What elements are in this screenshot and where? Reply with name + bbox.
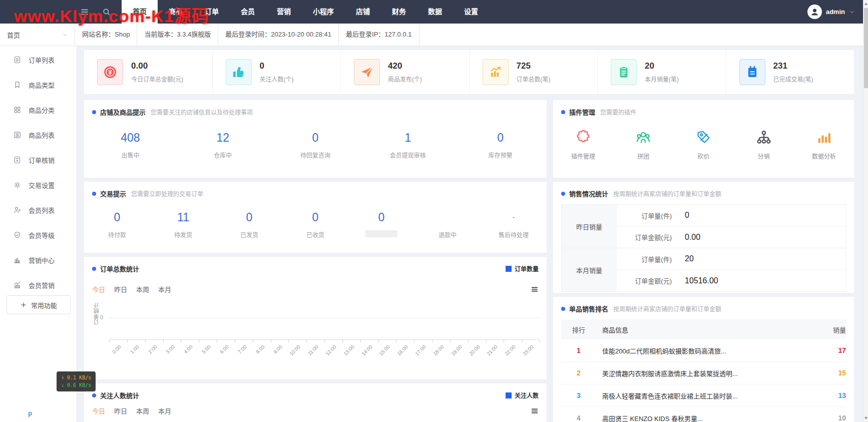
sidebar-item-7[interactable]: 会员列表 (0, 197, 77, 222)
sidebar-item-label: 商品列表 (29, 130, 55, 140)
sales-metric-label: 订单量(件) (617, 254, 672, 264)
x-axis-tick (360, 340, 361, 342)
order-chart-header: 订单总数统计 订单数量 (84, 257, 547, 273)
trade-metric-2[interactable]: 11待发货 (150, 210, 216, 239)
shop-metric-5[interactable]: 0库存预警 (454, 131, 547, 159)
metric-label (365, 230, 397, 237)
sales-period: 本月销量 (562, 248, 617, 291)
plugin-3[interactable]: 砍价 (673, 129, 733, 160)
sidebar-item-5[interactable]: 订单核销 (0, 147, 77, 172)
tab-昨日[interactable]: 昨日 (114, 406, 127, 415)
legend-label: 关注人数 (515, 391, 539, 399)
shop-metric-4[interactable]: 1会员提现审核 (361, 131, 454, 159)
ranking-row-1[interactable]: 1佳能200d二代照相机蚂蚁摄影数码高清旅...17 (561, 339, 846, 362)
ranking-row-2[interactable]: 2美涩情趣内衣制服诱惑激情床上套装聚拢透明...15 (561, 362, 846, 384)
shield-check-icon (13, 231, 22, 239)
stat-card-4: 725订单总数(笔) (469, 50, 598, 94)
nav-item-9[interactable]: 数据 (417, 0, 453, 24)
sidebar-item-label: 订单核销 (29, 155, 55, 165)
tab-今日[interactable]: 今日 (92, 406, 105, 415)
trade-metric-7[interactable]: -售后待处理 (481, 210, 547, 239)
sidebar-item-1[interactable]: 订单列表 (0, 47, 77, 72)
sidebar-item-9[interactable]: 营销中心 (0, 247, 77, 272)
sales-group-1: 昨日销量订单量(件)0订单金额(元)0.00 (562, 205, 845, 248)
nav-item-5[interactable]: 营销 (266, 0, 302, 24)
add-common-function-button[interactable]: 常用功能 (7, 295, 71, 314)
sales-period: 昨日销量 (562, 205, 617, 248)
sales-ranking-panel: 单品销售排名 按周期统计商家店铺的订单量和订单金额 排行 商品信息 销量 1佳能… (553, 297, 854, 422)
sidebar-item-10[interactable]: 会员营销 (0, 272, 77, 297)
sidebar-footer-letter: p (28, 409, 32, 417)
sidebar-item-4[interactable]: 商品列表 (0, 122, 77, 147)
plugin-1[interactable]: 插件管理 (553, 129, 613, 160)
sidebar-item-8[interactable]: 会员等级 (0, 222, 77, 247)
plugin-2[interactable]: 拼团 (613, 129, 673, 160)
menu-lines-icon[interactable] (531, 285, 539, 293)
metric-value: 0 (348, 210, 414, 224)
sidebar-item-label: 会员营销 (29, 280, 55, 290)
nav-item-8[interactable]: 财务 (381, 0, 417, 24)
trade-metric-6[interactable]: 退款中 (414, 210, 481, 239)
bullet-icon (561, 192, 565, 196)
menu-lines-icon[interactable] (531, 407, 539, 415)
shop-metric-3[interactable]: 0待回复咨询 (269, 131, 362, 159)
trade-metric-3[interactable]: 0已发货 (216, 210, 282, 239)
panel-title: 关注人数统计 (100, 390, 139, 400)
vertical-scrollbar[interactable] (863, 0, 868, 422)
thumb-up-icon (231, 65, 246, 80)
trade-metric-1[interactable]: 0待付款 (84, 210, 150, 239)
stat-card-6: 231已完成交易(笔) (726, 50, 854, 94)
panel-title: 插件管理 (569, 107, 595, 117)
metric-label: 退款中 (414, 230, 481, 239)
nav-item-4[interactable]: 会员 (230, 0, 266, 24)
sidebar-item-2[interactable]: 商品类型 (0, 72, 77, 97)
grid-icon (13, 106, 22, 114)
ranking-row-4[interactable]: 4高田贤三 KENZO KIDS 春秋男童...10 (561, 407, 846, 422)
nav-item-6[interactable]: 小程序 (302, 0, 345, 24)
tab-今日[interactable]: 今日 (92, 284, 105, 294)
metric-label: 仓库中 (177, 151, 269, 159)
metric-value: 12 (177, 131, 269, 145)
clipboard-icon (616, 65, 631, 80)
tab-本月[interactable]: 本月 (158, 406, 171, 415)
plugins-list: 插件管理拼团砍价分销数据分析 (553, 129, 854, 160)
tab-本月[interactable]: 本月 (158, 284, 171, 294)
y-axis-label: 订单统计 (93, 303, 101, 325)
bullet-icon (92, 393, 96, 397)
metric-value: 408 (84, 131, 177, 145)
metric-label: 售后待处理 (481, 230, 547, 239)
bullet-icon (92, 110, 96, 114)
upload-speed: ↑ 0.1 KB/s (61, 374, 91, 381)
shop-metric-2[interactable]: 12仓库中 (177, 131, 269, 159)
tab-本周[interactable]: 本周 (136, 406, 149, 415)
main-content: ¥0.00今日订单总金额(元)0关注人数(个)420商品发布(个)725订单总数… (77, 46, 863, 422)
tab-本周[interactable]: 本周 (136, 284, 149, 294)
ranking-row-3[interactable]: 3南极人轻奢藏青色连衣裙职业裙上班工装时装...13 (561, 384, 846, 407)
sales-metric-value: 0 (685, 211, 689, 220)
order-total-chart-panel: 订单总数统计 订单数量 今日昨日本周本月 订单统计 0 0:001:002:00… (84, 257, 547, 379)
svg-text:¥: ¥ (109, 69, 112, 76)
coin-yen-icon: ¥ (103, 65, 118, 80)
plugin-5[interactable]: 数据分析 (794, 129, 854, 160)
scrollbar-thumb[interactable] (864, 8, 868, 88)
trade-metric-5[interactable]: 0 (348, 210, 414, 239)
sidebar-item-6[interactable]: 交易设置 (0, 172, 77, 197)
tab-昨日[interactable]: 昨日 (114, 284, 127, 294)
bullet-icon (561, 307, 565, 311)
bar-chart-icon (13, 256, 22, 264)
scroll-down-arrow-icon[interactable] (864, 417, 867, 419)
shop-metric-1[interactable]: 408出售中 (84, 131, 177, 159)
scroll-up-arrow-icon[interactable] (864, 3, 867, 5)
user-menu[interactable]: admin (807, 0, 855, 24)
rank-number: 2 (561, 369, 596, 377)
metric-value: 0 (84, 210, 150, 224)
sidebar-item-3[interactable]: 商品分类 (0, 97, 77, 122)
sales-stats-panel: 销售情况统计 按周期统计商家店铺的订单量和订单金额 昨日销量订单量(件)0订单金… (553, 182, 854, 293)
chevron-down-icon (849, 9, 855, 15)
breadcrumb-caret-icon (62, 32, 68, 38)
nav-item-10[interactable]: 设置 (453, 0, 489, 24)
trade-metric-4[interactable]: 0已收货 (282, 210, 348, 239)
plugin-4[interactable]: 分销 (734, 129, 794, 160)
metric-value (414, 210, 481, 224)
nav-item-7[interactable]: 店铺 (345, 0, 381, 24)
